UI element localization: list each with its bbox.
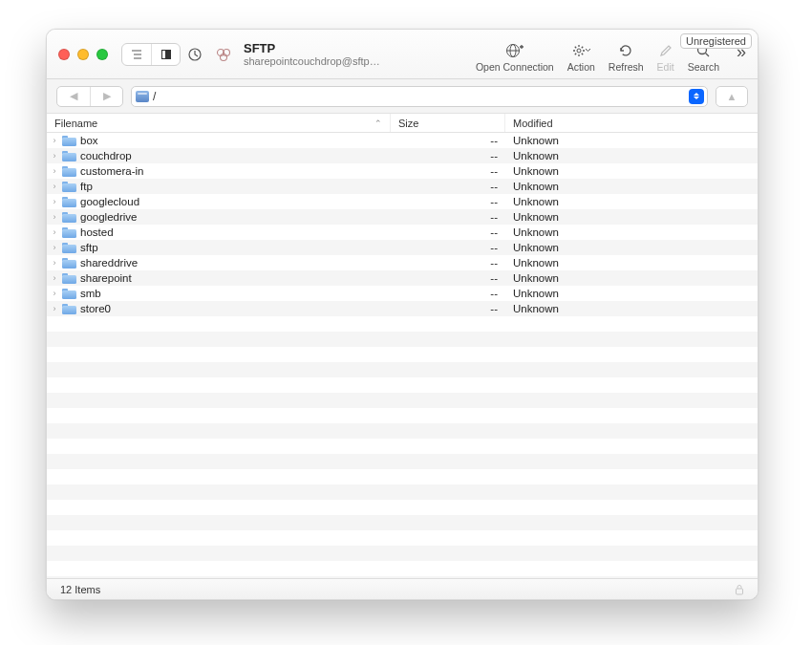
open-connection-button[interactable]: Open Connection bbox=[476, 42, 554, 73]
file-name: smb bbox=[80, 288, 101, 299]
folder-icon bbox=[62, 303, 76, 314]
table-row[interactable]: ›sharepoint--Unknown bbox=[47, 270, 758, 286]
file-size: -- bbox=[391, 288, 505, 299]
lock-icon bbox=[735, 584, 744, 595]
history-icon[interactable] bbox=[181, 43, 209, 66]
refresh-label: Refresh bbox=[609, 61, 644, 73]
nav-back-button[interactable]: ◀ bbox=[57, 87, 90, 106]
search-label: Search bbox=[688, 61, 719, 73]
svg-point-14 bbox=[577, 49, 581, 53]
list-view-icon[interactable] bbox=[151, 44, 180, 65]
disclosure-triangle-icon[interactable]: › bbox=[51, 151, 58, 161]
file-size: -- bbox=[391, 135, 505, 146]
disclosure-triangle-icon[interactable]: › bbox=[51, 243, 58, 252]
file-modified: Unknown bbox=[505, 181, 758, 192]
table-row[interactable]: ›ftp--Unknown bbox=[47, 179, 758, 194]
zoom-window-button[interactable] bbox=[96, 49, 108, 60]
file-name: hosted bbox=[80, 226, 114, 238]
file-modified: Unknown bbox=[505, 272, 758, 284]
file-name: ftp bbox=[80, 181, 93, 192]
app-window: SFTP sharepointcouchdrop@sftp… Open Conn… bbox=[46, 29, 759, 600]
empty-row bbox=[47, 393, 758, 408]
file-size: -- bbox=[391, 196, 505, 207]
status-bar: 12 Items bbox=[47, 578, 758, 599]
column-filename-label: Filename bbox=[54, 118, 97, 129]
disclosure-triangle-icon[interactable]: › bbox=[51, 136, 58, 145]
empty-row bbox=[47, 454, 758, 469]
globe-plus-icon bbox=[505, 42, 524, 59]
table-row[interactable]: ›googlecloud--Unknown bbox=[47, 194, 758, 209]
go-up-button[interactable]: ▲ bbox=[716, 86, 748, 107]
file-modified: Unknown bbox=[505, 135, 758, 146]
window-title: SFTP bbox=[244, 41, 380, 55]
nav-forward-button[interactable]: ▶ bbox=[90, 87, 122, 106]
outline-view-icon[interactable] bbox=[122, 44, 151, 65]
empty-row bbox=[47, 332, 758, 347]
disclosure-triangle-icon[interactable]: › bbox=[51, 289, 58, 298]
disclosure-triangle-icon[interactable]: › bbox=[51, 197, 58, 206]
file-name: store0 bbox=[80, 303, 111, 314]
empty-row bbox=[47, 423, 758, 439]
column-size[interactable]: Size bbox=[391, 114, 505, 132]
refresh-icon bbox=[618, 42, 633, 59]
file-list[interactable]: ›box--Unknown›couchdrop--Unknown›custome… bbox=[47, 133, 758, 578]
column-modified[interactable]: Modified bbox=[505, 114, 758, 132]
table-row[interactable]: ›sftp--Unknown bbox=[47, 240, 758, 255]
file-size: -- bbox=[391, 242, 505, 253]
file-size: -- bbox=[391, 226, 505, 238]
empty-row bbox=[47, 546, 758, 561]
empty-row bbox=[47, 316, 758, 332]
file-name: googlecloud bbox=[80, 196, 139, 207]
empty-row bbox=[47, 469, 758, 484]
svg-rect-25 bbox=[737, 589, 743, 594]
nav-segment: ◀ ▶ bbox=[56, 86, 123, 107]
table-row[interactable]: ›customera-in--Unknown bbox=[47, 163, 758, 179]
disclosure-triangle-icon[interactable]: › bbox=[51, 182, 58, 191]
file-modified: Unknown bbox=[505, 226, 758, 238]
empty-row bbox=[47, 377, 758, 393]
table-row[interactable]: ›couchdrop--Unknown bbox=[47, 148, 758, 163]
folder-icon bbox=[62, 196, 76, 207]
folder-icon bbox=[62, 181, 76, 192]
close-window-button[interactable] bbox=[58, 49, 70, 60]
column-filename[interactable]: Filename ⌃ bbox=[47, 114, 391, 132]
refresh-button[interactable]: Refresh bbox=[609, 42, 644, 73]
svg-line-22 bbox=[575, 53, 576, 54]
view-mode-segment[interactable] bbox=[121, 43, 181, 66]
path-text: / bbox=[153, 90, 156, 103]
table-row[interactable]: ›box--Unknown bbox=[47, 133, 758, 148]
path-field[interactable]: / bbox=[131, 86, 708, 107]
file-size: -- bbox=[391, 165, 505, 177]
minimize-window-button[interactable] bbox=[77, 49, 89, 60]
table-row[interactable]: ›googledrive--Unknown bbox=[47, 209, 758, 225]
table-row[interactable]: ›store0--Unknown bbox=[47, 301, 758, 316]
folder-icon bbox=[62, 211, 76, 223]
folder-icon bbox=[62, 150, 76, 161]
disclosure-triangle-icon[interactable]: › bbox=[51, 227, 58, 237]
file-modified: Unknown bbox=[505, 196, 758, 207]
open-connection-label: Open Connection bbox=[476, 61, 554, 73]
disclosure-triangle-icon[interactable]: › bbox=[51, 273, 58, 283]
action-button[interactable]: Action bbox=[567, 42, 595, 73]
disclosure-triangle-icon[interactable]: › bbox=[51, 304, 58, 313]
svg-line-19 bbox=[575, 46, 576, 47]
table-row[interactable]: ›shareddrive--Unknown bbox=[47, 255, 758, 270]
disclosure-triangle-icon[interactable]: › bbox=[51, 212, 58, 222]
disk-icon bbox=[136, 91, 149, 102]
file-name: box bbox=[80, 135, 98, 146]
file-name: sftp bbox=[80, 242, 98, 253]
file-modified: Unknown bbox=[505, 303, 758, 314]
edit-button: Edit bbox=[657, 42, 674, 73]
bonjour-icon[interactable] bbox=[209, 43, 238, 66]
table-row[interactable]: ›hosted--Unknown bbox=[47, 225, 758, 240]
disclosure-triangle-icon[interactable]: › bbox=[51, 258, 58, 268]
empty-row bbox=[47, 347, 758, 362]
table-row[interactable]: ›smb--Unknown bbox=[47, 286, 758, 301]
unregistered-badge: Unregistered bbox=[680, 33, 752, 49]
file-name: couchdrop bbox=[80, 150, 132, 161]
title-block: SFTP sharepointcouchdrop@sftp… bbox=[244, 41, 380, 67]
file-size: -- bbox=[391, 181, 505, 192]
path-dropdown-button[interactable] bbox=[689, 89, 704, 104]
disclosure-triangle-icon[interactable]: › bbox=[51, 166, 58, 176]
svg-rect-4 bbox=[162, 51, 165, 58]
